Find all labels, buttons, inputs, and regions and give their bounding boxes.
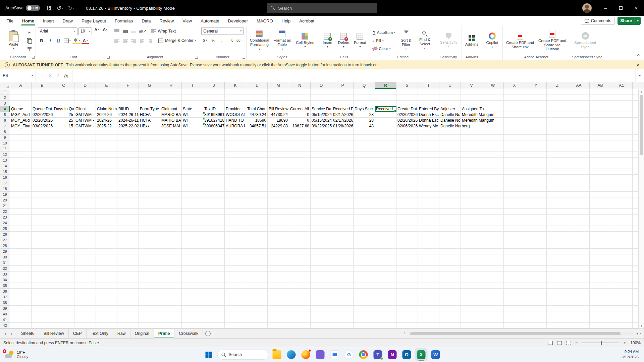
- cell-O19[interactable]: [311, 192, 332, 197]
- cell-I21[interactable]: [182, 203, 203, 209]
- cell-AC29[interactable]: [611, 249, 633, 254]
- cell-H26[interactable]: [160, 232, 182, 237]
- cell-E6[interactable]: 2024-26: [96, 118, 117, 123]
- cell-AC32[interactable]: [611, 266, 633, 272]
- column-header-T[interactable]: T: [418, 82, 439, 89]
- cell-F9[interactable]: [117, 135, 139, 140]
- cell-U10[interactable]: [439, 140, 461, 146]
- cell-Z7[interactable]: [547, 123, 568, 129]
- cell-D26[interactable]: [74, 232, 96, 237]
- cell-J4[interactable]: Tax ID: [203, 106, 225, 112]
- ribbon-tab-formulas[interactable]: Formulas: [110, 16, 137, 25]
- cell-A9[interactable]: [10, 135, 32, 140]
- cell-O38[interactable]: [311, 300, 332, 306]
- cell-V33[interactable]: [461, 272, 482, 277]
- cell-H19[interactable]: [160, 192, 182, 197]
- cell-R19[interactable]: [375, 192, 396, 197]
- cell-AC35[interactable]: [611, 283, 633, 289]
- cell-A38[interactable]: [10, 300, 32, 306]
- cell-I8[interactable]: [182, 129, 203, 135]
- cell-U3[interactable]: [439, 101, 461, 106]
- cell-Y41[interactable]: [525, 317, 547, 323]
- cell-V25[interactable]: [461, 226, 482, 232]
- cell-M37[interactable]: [268, 294, 289, 300]
- cell-Q30[interactable]: [354, 254, 375, 260]
- cell-AC39[interactable]: [611, 306, 633, 311]
- cell-AA38[interactable]: [568, 300, 590, 306]
- cell-J27[interactable]: [203, 237, 225, 243]
- cell-J36[interactable]: [203, 289, 225, 294]
- cell-S33[interactable]: [396, 272, 418, 277]
- cell-B3[interactable]: [32, 101, 53, 106]
- cell-C1[interactable]: [53, 89, 74, 95]
- cell-AC36[interactable]: [611, 289, 633, 294]
- cell-X24[interactable]: [504, 220, 525, 226]
- redo-button[interactable]: ↻▾: [68, 5, 74, 11]
- cell-Z11[interactable]: [547, 146, 568, 152]
- cell-O10[interactable]: [311, 140, 332, 146]
- cell-I26[interactable]: [182, 232, 203, 237]
- cell-P1[interactable]: [332, 89, 354, 95]
- cell-M20[interactable]: [268, 197, 289, 203]
- cell-P8[interactable]: [332, 129, 354, 135]
- cell-O11[interactable]: [311, 146, 332, 152]
- cell-A18[interactable]: [10, 186, 32, 192]
- cell-N38[interactable]: [289, 300, 311, 306]
- cell-B17[interactable]: [32, 180, 53, 186]
- cell-M40[interactable]: [268, 311, 289, 317]
- column-header-Z[interactable]: Z: [547, 82, 568, 89]
- cell-L31[interactable]: [246, 260, 268, 266]
- cell-AC38[interactable]: [611, 300, 633, 306]
- cell-L28[interactable]: [246, 243, 268, 249]
- cell-D6[interactable]: GMTWM -: [74, 118, 96, 123]
- cell-T38[interactable]: [418, 300, 439, 306]
- cell-C12[interactable]: [53, 152, 74, 158]
- wrap-text-button[interactable]: Wrap Text: [150, 27, 176, 35]
- cell-T36[interactable]: [418, 289, 439, 294]
- cell-J37[interactable]: [203, 294, 225, 300]
- cell-R36[interactable]: [375, 289, 396, 294]
- cell-V17[interactable]: [461, 180, 482, 186]
- cell-AB35[interactable]: [590, 283, 611, 289]
- cell-C15[interactable]: [53, 169, 74, 175]
- row-header-39[interactable]: 39: [0, 306, 10, 311]
- cell-M19[interactable]: [268, 192, 289, 197]
- cell-B8[interactable]: [32, 129, 53, 135]
- cell-V38[interactable]: [461, 300, 482, 306]
- vertical-scrollbar[interactable]: ▴ ▾: [638, 89, 644, 328]
- cell-A7[interactable]: MGY_Fina: [10, 123, 32, 129]
- cell-AA23[interactable]: [568, 215, 590, 220]
- cell-X11[interactable]: [504, 146, 525, 152]
- cell-C40[interactable]: [53, 311, 74, 317]
- row-header-10[interactable]: 10: [0, 140, 10, 146]
- cell-C31[interactable]: [53, 260, 74, 266]
- cell-D39[interactable]: [74, 306, 96, 311]
- cell-U21[interactable]: [439, 203, 461, 209]
- cell-V23[interactable]: [461, 215, 482, 220]
- cell-J34[interactable]: [203, 277, 225, 283]
- cell-W42[interactable]: [482, 323, 504, 328]
- cell-N29[interactable]: [289, 249, 311, 254]
- cell-P37[interactable]: [332, 294, 354, 300]
- warning-close-button[interactable]: ✕: [636, 62, 640, 67]
- zoom-thumb[interactable]: [601, 341, 602, 345]
- cell-AC3[interactable]: [611, 101, 633, 106]
- cell-Y20[interactable]: [525, 197, 547, 203]
- cell-C27[interactable]: [53, 237, 74, 243]
- cell-N16[interactable]: [289, 175, 311, 180]
- cell-K24[interactable]: [225, 220, 246, 226]
- cell-AB40[interactable]: [590, 311, 611, 317]
- cell-G14[interactable]: [139, 163, 160, 169]
- cell-O14[interactable]: [311, 163, 332, 169]
- cell-B19[interactable]: [32, 192, 53, 197]
- cell-R14[interactable]: [375, 163, 396, 169]
- cell-F12[interactable]: [117, 152, 139, 158]
- cell-W18[interactable]: [482, 186, 504, 192]
- cell-R29[interactable]: [375, 249, 396, 254]
- cell-F18[interactable]: [117, 186, 139, 192]
- cell-N28[interactable]: [289, 243, 311, 249]
- decrease-decimal-button[interactable]: .00→: [235, 37, 245, 44]
- format-cells-button[interactable]: Format▾: [352, 32, 368, 50]
- cell-A4[interactable]: Queue: [10, 106, 32, 112]
- cell-R28[interactable]: [375, 243, 396, 249]
